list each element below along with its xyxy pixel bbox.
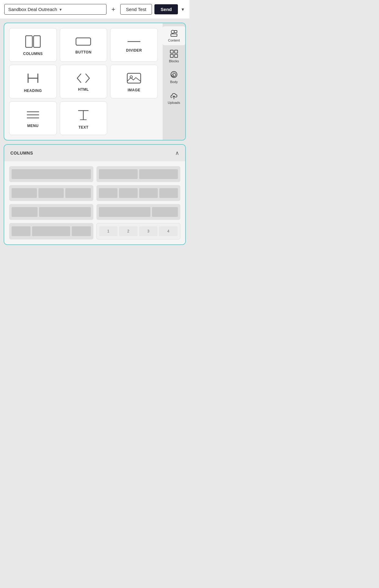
columns-section-title: COLUMNS <box>10 151 33 155</box>
col-cell <box>99 207 151 217</box>
col-cell <box>38 188 64 198</box>
grid-item-heading[interactable]: HEADING <box>9 65 57 98</box>
sidebar-blocks-label: Blocks <box>169 59 179 63</box>
grid-item-html[interactable]: HTML <box>60 65 107 98</box>
blocks-sidebar-icon <box>170 49 178 58</box>
uploads-sidebar-icon <box>170 91 178 100</box>
col-cell <box>32 226 70 236</box>
header-more-button[interactable]: ▾ <box>180 5 185 13</box>
image-label: IMAGE <box>128 88 140 92</box>
svg-rect-7 <box>127 73 141 83</box>
layout-4col-equal[interactable] <box>96 185 181 201</box>
col-cell <box>99 169 138 179</box>
col-cell <box>65 188 91 198</box>
button-icon <box>75 37 91 46</box>
grid-item-columns[interactable]: COLUMNS <box>9 28 57 62</box>
layout-numbered[interactable]: 1 2 3 4 <box>96 223 181 239</box>
col-cell <box>139 169 178 179</box>
col-num-cell-2: 2 <box>119 226 138 236</box>
col-num-cell-4: 4 <box>159 226 178 236</box>
svg-rect-1 <box>34 36 40 47</box>
send-button[interactable]: Send <box>154 4 178 14</box>
sidebar-uploads-label: Uploads <box>168 101 180 104</box>
content-items-grid: COLUMNS BUTTON <box>9 28 158 135</box>
main-content: COLUMNS BUTTON <box>0 19 190 249</box>
campaign-name: Sandbox Deal Outreach <box>8 7 57 12</box>
layout-narrow-wide-narrow[interactable] <box>9 223 93 239</box>
svg-point-23 <box>172 75 174 76</box>
svg-rect-16 <box>174 31 177 33</box>
layout-third-twothirds[interactable] <box>9 204 93 220</box>
svg-point-15 <box>171 30 174 33</box>
columns-layout-grid: 1 2 3 4 <box>4 161 185 244</box>
col-cell <box>12 188 37 198</box>
campaign-selector[interactable]: Sandbox Deal Outreach ▾ <box>4 4 106 15</box>
sidebar-item-content[interactable]: Content <box>163 26 185 45</box>
svg-rect-20 <box>170 54 173 57</box>
svg-rect-21 <box>175 54 178 57</box>
sidebar: Content Blocks <box>163 23 185 140</box>
content-grid-area: COLUMNS BUTTON <box>4 23 163 140</box>
layout-2col-equal[interactable] <box>96 166 181 182</box>
html-label: HTML <box>78 87 89 92</box>
col-cell <box>12 169 91 179</box>
heading-label: HEADING <box>24 89 42 93</box>
columns-collapse-button[interactable]: ∧ <box>175 150 179 156</box>
columns-header: COLUMNS ∧ <box>4 145 185 161</box>
menu-icon <box>26 110 40 120</box>
svg-rect-17 <box>171 34 177 36</box>
content-sidebar-icon <box>170 29 178 37</box>
header: Sandbox Deal Outreach ▾ + Send Test Send… <box>0 0 190 19</box>
columns-icon <box>25 35 41 48</box>
col-cell <box>12 207 38 217</box>
col-cell <box>39 207 91 217</box>
svg-rect-19 <box>175 50 178 53</box>
col-cell <box>152 207 178 217</box>
sidebar-item-body[interactable]: Body <box>163 67 185 87</box>
heading-icon <box>26 71 40 85</box>
html-icon <box>76 73 91 84</box>
columns-label: COLUMNS <box>23 52 43 56</box>
text-label: TEXT <box>78 125 88 130</box>
sidebar-content-label: Content <box>168 38 180 42</box>
sidebar-body-label: Body <box>170 80 178 84</box>
layout-3col-equal[interactable] <box>9 185 93 201</box>
grid-item-menu[interactable]: MENU <box>9 101 57 135</box>
layout-1col[interactable] <box>9 166 93 182</box>
grid-item-button[interactable]: BUTTON <box>60 28 107 62</box>
image-icon <box>127 72 141 84</box>
svg-rect-2 <box>76 38 91 45</box>
divider-label: DIVIDER <box>126 48 142 53</box>
col-cell <box>72 226 91 236</box>
grid-item-text[interactable]: TEXT <box>60 101 107 135</box>
campaign-dropdown-icon: ▾ <box>60 7 62 12</box>
add-button[interactable]: + <box>109 4 118 15</box>
menu-label: MENU <box>27 124 38 128</box>
layout-twothirds-third[interactable] <box>96 204 181 220</box>
col-cell <box>119 188 138 198</box>
columns-panel: COLUMNS ∧ <box>4 144 186 245</box>
body-sidebar-icon <box>170 70 178 79</box>
col-cell <box>159 188 178 198</box>
sidebar-item-blocks[interactable]: Blocks <box>163 46 185 66</box>
grid-item-image[interactable]: IMAGE <box>110 65 158 98</box>
content-panel: COLUMNS BUTTON <box>4 23 186 141</box>
divider-icon <box>126 38 142 45</box>
sidebar-item-uploads[interactable]: Uploads <box>163 88 185 108</box>
col-num-cell-1: 1 <box>99 226 118 236</box>
grid-item-divider[interactable]: DIVIDER <box>110 28 158 62</box>
svg-rect-18 <box>170 50 173 53</box>
send-test-button[interactable]: Send Test <box>120 4 152 15</box>
col-cell <box>99 188 117 198</box>
text-icon <box>77 108 90 122</box>
svg-rect-0 <box>26 36 32 47</box>
col-cell <box>12 226 31 236</box>
button-label: BUTTON <box>75 50 92 54</box>
col-num-cell-3: 3 <box>139 226 158 236</box>
col-cell <box>139 188 158 198</box>
